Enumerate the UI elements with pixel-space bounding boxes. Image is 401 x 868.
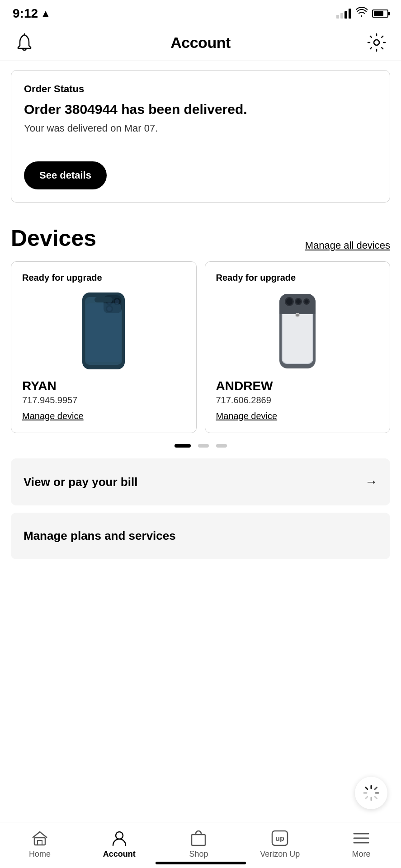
- svg-rect-34: [38, 840, 42, 845]
- device-cards-container: Ready for upgrade: [11, 261, 390, 433]
- nav-label-shop: Shop: [189, 849, 208, 859]
- svg-point-18: [286, 298, 292, 305]
- svg-rect-36: [192, 835, 205, 845]
- device-name-ryan: RYAN: [22, 379, 185, 393]
- nav-label-more: More: [352, 849, 371, 859]
- app-header: Account: [0, 24, 401, 61]
- svg-rect-11: [86, 303, 121, 362]
- svg-line-31: [375, 788, 377, 789]
- nav-item-verizon-up[interactable]: up Verizon Up: [260, 830, 300, 859]
- manage-plans-row[interactable]: Manage plans and services: [11, 513, 390, 559]
- settings-button[interactable]: [365, 31, 388, 54]
- verizon-up-icon: up: [271, 830, 288, 847]
- svg-line-32: [366, 797, 368, 798]
- view-bill-label: View or pay your bill: [24, 475, 137, 489]
- status-time: 9:12 ▲: [13, 6, 51, 21]
- view-bill-row[interactable]: View or pay your bill →: [11, 458, 390, 505]
- device-number-ryan: 717.945.9957: [22, 395, 185, 406]
- manage-device-andrew[interactable]: Manage device: [216, 411, 379, 421]
- nav-item-account[interactable]: Account: [101, 830, 137, 859]
- manage-plans-label: Manage plans and services: [24, 529, 176, 543]
- order-subtext: Your was delivered on Mar 07.: [24, 123, 377, 134]
- shop-icon: [190, 830, 207, 847]
- signal-icon: [336, 9, 351, 19]
- home-bar: [156, 862, 246, 864]
- manage-device-ryan[interactable]: Manage device: [22, 411, 185, 421]
- nav-item-home[interactable]: Home: [22, 830, 58, 859]
- notification-button[interactable]: [13, 31, 36, 54]
- svg-point-7: [115, 299, 119, 304]
- order-status-label: Order Status: [24, 83, 377, 95]
- pagination-dots: [11, 433, 390, 458]
- devices-header: Devices Manage all devices: [11, 225, 390, 251]
- pagination-dot-3: [216, 444, 227, 448]
- bottom-nav: Home Account Shop up Verizon Up: [0, 822, 401, 868]
- wifi-icon: [356, 7, 368, 20]
- device-number-andrew: 717.606.2869: [216, 395, 379, 406]
- nav-label-account: Account: [103, 849, 136, 859]
- status-icons: [336, 7, 388, 20]
- upgrade-badge-ryan: Ready for upgrade: [22, 273, 185, 283]
- location-icon: ▲: [41, 8, 51, 19]
- pagination-dot-1: [175, 444, 191, 448]
- nav-item-more[interactable]: More: [343, 830, 379, 859]
- svg-line-29: [366, 788, 368, 789]
- svg-point-20: [296, 299, 301, 304]
- svg-point-35: [116, 832, 123, 839]
- svg-rect-10: [94, 297, 113, 302]
- devices-section: Devices Manage all devices Ready for upg…: [0, 212, 401, 458]
- nav-label-home: Home: [29, 849, 51, 859]
- home-icon: [31, 830, 48, 847]
- svg-line-30: [375, 797, 377, 798]
- device-card-andrew: Ready for upgrade: [205, 261, 391, 433]
- status-bar: 9:12 ▲: [0, 0, 401, 24]
- spinner-button[interactable]: [355, 777, 387, 809]
- nav-item-shop[interactable]: Shop: [180, 830, 217, 859]
- svg-point-22: [304, 299, 308, 303]
- see-details-button[interactable]: See details: [24, 161, 107, 189]
- svg-text:up: up: [275, 835, 284, 842]
- order-status-card: Order Status Order 3804944 has been deli…: [11, 70, 390, 203]
- device-name-andrew: ANDREW: [216, 379, 379, 393]
- more-icon: [353, 830, 370, 847]
- battery-icon: [372, 9, 388, 18]
- account-icon: [111, 830, 128, 847]
- pagination-dot-2: [198, 444, 209, 448]
- nav-label-verizon-up: Verizon Up: [260, 849, 300, 859]
- device-image-ryan: [22, 290, 185, 372]
- page-title: Account: [170, 34, 231, 52]
- svg-rect-33: [34, 838, 45, 845]
- svg-point-24: [296, 314, 299, 316]
- device-card-ryan: Ready for upgrade: [11, 261, 197, 433]
- order-headline: Order 3804944 has been delivered.: [24, 100, 377, 118]
- bill-section: View or pay your bill → Manage plans and…: [0, 458, 401, 559]
- manage-all-devices-link[interactable]: Manage all devices: [305, 240, 390, 251]
- upgrade-badge-andrew: Ready for upgrade: [216, 273, 379, 283]
- device-image-andrew: [216, 290, 379, 372]
- devices-title: Devices: [11, 225, 96, 251]
- arrow-right-icon: →: [365, 475, 377, 489]
- svg-point-0: [374, 40, 379, 45]
